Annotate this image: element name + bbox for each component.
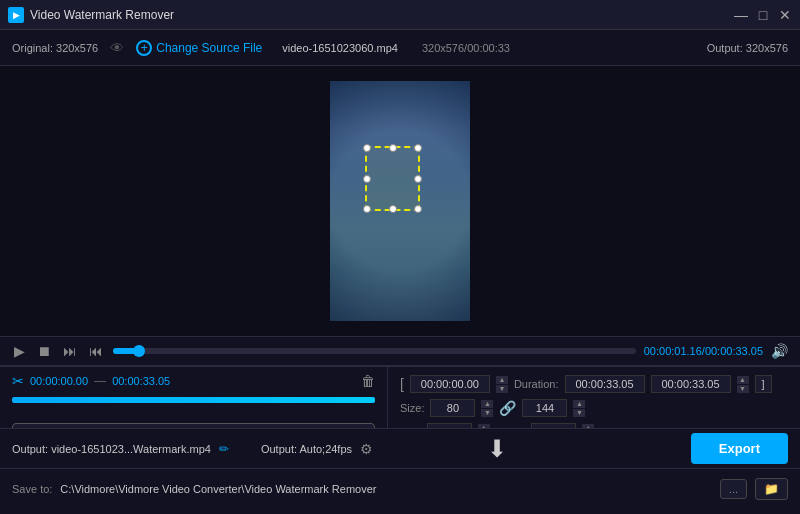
- end-time-input[interactable]: [651, 375, 731, 393]
- progress-thumb[interactable]: [133, 345, 145, 357]
- height-input[interactable]: [522, 399, 567, 417]
- width-up[interactable]: ▲: [481, 400, 493, 408]
- duration-value: 00:00:33.05: [565, 375, 645, 393]
- settings-gear-icon[interactable]: ⚙: [360, 441, 373, 457]
- plus-circle-icon: +: [136, 40, 152, 56]
- handle-top-mid[interactable]: [389, 144, 397, 152]
- width-spinner: ▲ ▼: [481, 400, 493, 417]
- time-param-row: [ ▲ ▼ Duration: 00:00:33.05 ▲ ▼ ]: [400, 375, 788, 393]
- clip-start-time: 00:00:00.00: [30, 375, 88, 387]
- clip-timeline-bar[interactable]: [12, 397, 375, 403]
- start-time-up[interactable]: ▲: [496, 376, 508, 384]
- footer-bottom-row: Save to: C:\Vidmore\Vidmore Video Conver…: [0, 469, 800, 509]
- clip-row: ✂ 00:00:00.00 — 00:00:33.05 🗑: [12, 373, 375, 389]
- minimize-button[interactable]: —: [734, 8, 748, 22]
- start-time-spinner: ▲ ▼: [496, 376, 508, 393]
- start-time-input[interactable]: [410, 375, 490, 393]
- height-down[interactable]: ▼: [573, 409, 585, 417]
- frame-forward-button[interactable]: ⏭: [61, 341, 79, 361]
- size-row: Size: ▲ ▼ 🔗 ▲ ▼: [400, 399, 788, 417]
- height-spinner: ▲ ▼: [573, 400, 585, 417]
- height-up[interactable]: ▲: [573, 400, 585, 408]
- duration-label: Duration:: [514, 378, 559, 390]
- video-preview-area: [0, 66, 800, 336]
- clip-end-time: 00:00:33.05: [112, 375, 170, 387]
- open-folder-button[interactable]: 📁: [755, 478, 788, 500]
- handle-top-right[interactable]: [414, 144, 422, 152]
- footer: Output: video-1651023...Watermark.mp4 ✏ …: [0, 428, 800, 514]
- export-button[interactable]: Export: [691, 433, 788, 464]
- bracket-close: ]: [755, 375, 772, 393]
- original-dims-label: Original: 320x576: [12, 42, 98, 54]
- delete-clip-button[interactable]: 🗑: [361, 373, 375, 389]
- handle-mid-left[interactable]: [363, 175, 371, 183]
- progress-bar[interactable]: [113, 348, 636, 354]
- frame-back-button[interactable]: ⏮: [87, 341, 105, 361]
- size-label: Size:: [400, 402, 424, 414]
- file-name-label: video-1651023060.mp4: [282, 42, 398, 54]
- bracket-open: [: [400, 376, 404, 392]
- title-bar: ▶ Video Watermark Remover — □ ✕: [0, 0, 800, 30]
- start-time-down[interactable]: ▼: [496, 385, 508, 393]
- output-settings-label: Output: Auto;24fps: [261, 443, 352, 455]
- end-time-spinner: ▲ ▼: [737, 376, 749, 393]
- end-time-up[interactable]: ▲: [737, 376, 749, 384]
- end-time-down[interactable]: ▼: [737, 385, 749, 393]
- stop-button[interactable]: ⏹: [35, 341, 53, 361]
- handle-mid-right[interactable]: [414, 175, 422, 183]
- visibility-icon[interactable]: 👁: [110, 40, 124, 56]
- time-display: 00:00:01.16/00:00:33.05: [644, 345, 763, 357]
- handle-top-left[interactable]: [363, 144, 371, 152]
- volume-icon[interactable]: 🔊: [771, 343, 788, 359]
- width-down[interactable]: ▼: [481, 409, 493, 417]
- link-dimensions-icon[interactable]: 🔗: [499, 400, 516, 416]
- clip-dash: —: [94, 374, 106, 388]
- export-arrow-icon: ⬇: [487, 435, 507, 463]
- selection-box[interactable]: [365, 146, 420, 211]
- close-button[interactable]: ✕: [778, 8, 792, 22]
- clip-icon: ✂: [12, 373, 24, 389]
- play-button[interactable]: ▶: [12, 341, 27, 361]
- handle-bottom-mid[interactable]: [389, 205, 397, 213]
- edit-output-icon[interactable]: ✏: [219, 442, 229, 456]
- more-options-button[interactable]: ...: [720, 479, 747, 499]
- app-icon: ▶: [8, 7, 24, 23]
- window-controls: — □ ✕: [734, 8, 792, 22]
- top-bar: Original: 320x576 👁 + Change Source File…: [0, 30, 800, 66]
- handle-bottom-left[interactable]: [363, 205, 371, 213]
- title-bar-left: ▶ Video Watermark Remover: [8, 7, 174, 23]
- change-source-button[interactable]: + Change Source File: [136, 40, 262, 56]
- file-dims-label: 320x576/00:00:33: [422, 42, 510, 54]
- output-dims-label: Output: 320x576: [707, 42, 788, 54]
- playback-controls: ▶ ⏹ ⏭ ⏮ 00:00:01.16/00:00:33.05 🔊: [0, 336, 800, 366]
- change-source-label: Change Source File: [156, 41, 262, 55]
- footer-top-row: Output: video-1651023...Watermark.mp4 ✏ …: [0, 429, 800, 469]
- save-to-label: Save to:: [12, 483, 52, 495]
- maximize-button[interactable]: □: [756, 8, 770, 22]
- output-file-label: Output: video-1651023...Watermark.mp4: [12, 443, 211, 455]
- app-title: Video Watermark Remover: [30, 8, 174, 22]
- video-frame: [330, 81, 470, 321]
- save-path-value: C:\Vidmore\Vidmore Video Converter\Video…: [60, 483, 376, 495]
- width-input[interactable]: [430, 399, 475, 417]
- handle-bottom-right[interactable]: [414, 205, 422, 213]
